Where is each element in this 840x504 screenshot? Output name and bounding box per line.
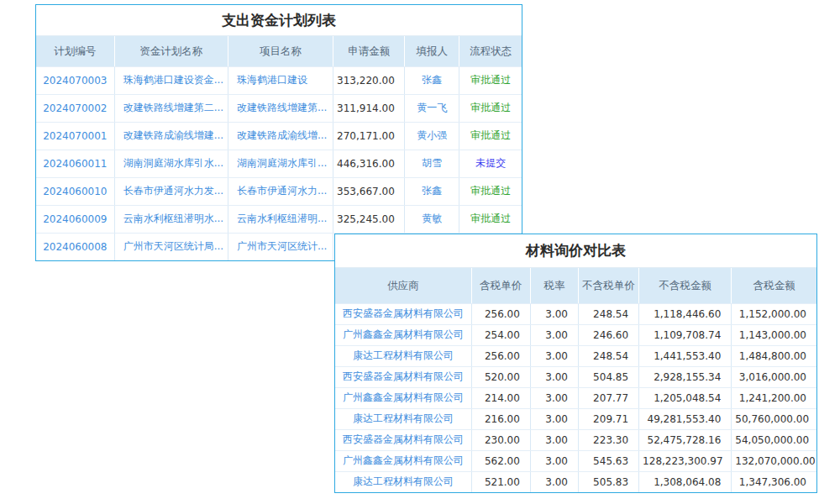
cell-plan-name[interactable]: 改建铁路线增建第二... (114, 94, 228, 122)
cell-plan-name[interactable]: 云南水利枢纽潜明水... (114, 205, 228, 233)
cell-price-without-tax: 248.54 (578, 345, 638, 366)
cell-price-with-tax: 216.00 (471, 408, 530, 429)
table-row: 广州鑫鑫金属材料有限公司214.003.00207.771,205,048.54… (335, 387, 816, 408)
column-header-tax-rate: 税率 (530, 268, 578, 303)
cell-price-without-tax: 209.71 (578, 408, 638, 429)
cell-price-without-tax: 223.30 (578, 429, 638, 450)
cell-project-name[interactable]: 长春市伊通河水力... (228, 177, 333, 205)
expense-plan-table: 计划编号 资金计划名称 项目名称 申请金额 填报人 流程状态 202407000… (36, 36, 522, 260)
cell-amount-without-tax: 1,118,446.60 (639, 303, 732, 324)
cell-amount-with-tax: 1,152,000.00 (732, 303, 816, 324)
cell-reporter: 张鑫 (405, 66, 459, 94)
cell-price-without-tax: 504.85 (578, 366, 638, 387)
cell-plan-name[interactable]: 湖南洞庭湖水库引水... (114, 150, 228, 177)
column-header-project-name: 项目名称 (228, 36, 333, 66)
column-header-plan-name: 资金计划名称 (114, 36, 228, 66)
cell-project-name[interactable]: 广州市天河区统计... (228, 233, 333, 260)
cell-amount-without-tax: 2,928,155.34 (639, 366, 732, 387)
cell-tax-rate: 3.00 (530, 345, 578, 366)
cell-plan-name[interactable]: 珠海鹤港口建设资金... (114, 66, 228, 94)
table-row: 2024070002改建铁路线增建第二...改建铁路线增建第...311,914… (36, 94, 522, 122)
cell-price-with-tax: 256.00 (471, 303, 530, 324)
cell-project-name[interactable]: 湖南洞庭湖水库引... (228, 150, 333, 177)
cell-reporter: 胡雪 (405, 150, 459, 177)
cell-price-without-tax: 505.83 (578, 471, 638, 492)
cell-amount: 311,914.00 (333, 94, 405, 122)
column-header-plan-id: 计划编号 (36, 36, 114, 66)
cell-plan-id[interactable]: 2024070002 (36, 94, 114, 122)
cell-plan-id[interactable]: 2024070001 (36, 122, 114, 150)
expense-plan-panel: 支出资金计划列表 计划编号 资金计划名称 项目名称 申请金额 填报人 流程状态 … (35, 4, 522, 261)
cell-tax-rate: 3.00 (530, 429, 578, 450)
cell-amount-with-tax: 3,016,000.00 (732, 366, 816, 387)
material-inquiry-title: 材料询价对比表 (335, 234, 816, 268)
table-row: 广州鑫鑫金属材料有限公司562.003.00545.63128,223,300.… (335, 450, 816, 471)
table-row: 西安盛器金属材料有限公司520.003.00504.852,928,155.34… (335, 366, 816, 387)
cell-plan-name[interactable]: 广州市天河区统计局... (114, 233, 228, 260)
cell-amount: 313,220.00 (333, 66, 405, 94)
material-inquiry-table: 供应商 含税单价 税率 不含税单价 不含税金额 含税金额 西安盛器金属材料有限公… (335, 268, 816, 492)
cell-project-name[interactable]: 改建铁路成渝线增... (228, 122, 333, 150)
cell-reporter: 黄敏 (405, 205, 459, 233)
cell-price-with-tax: 254.00 (471, 324, 530, 345)
cell-supplier[interactable]: 广州鑫鑫金属材料有限公司 (335, 324, 471, 345)
expense-plan-header-row: 计划编号 资金计划名称 项目名称 申请金额 填报人 流程状态 (36, 36, 522, 66)
cell-amount: 446,316.00 (333, 150, 405, 177)
cell-tax-rate: 3.00 (530, 471, 578, 492)
cell-status: 审批通过 (459, 205, 522, 233)
column-header-amount-with-tax: 含税金额 (732, 268, 816, 303)
cell-reporter: 张鑫 (405, 177, 459, 205)
column-header-status: 流程状态 (459, 36, 522, 66)
cell-amount-with-tax: 1,347,306.00 (732, 471, 816, 492)
expense-plan-title: 支出资金计划列表 (36, 5, 522, 36)
table-row: 2024070003珠海鹤港口建设资金...珠海鹤港口建设313,220.00张… (36, 66, 522, 94)
column-header-amount-without-tax: 不含税金额 (639, 268, 732, 303)
cell-status: 审批通过 (459, 177, 522, 205)
cell-amount-without-tax: 128,223,300.97 (639, 450, 732, 471)
cell-amount-without-tax: 49,281,553.40 (639, 408, 732, 429)
cell-price-without-tax: 248.54 (578, 303, 638, 324)
table-row: 2024060010长春市伊通河水力发...长春市伊通河水力...353,667… (36, 177, 522, 205)
material-inquiry-panel: 材料询价对比表 供应商 含税单价 税率 不含税单价 不含税金额 含税金额 西安盛… (334, 234, 817, 493)
cell-plan-id[interactable]: 2024060008 (36, 233, 114, 260)
cell-supplier[interactable]: 西安盛器金属材料有限公司 (335, 366, 471, 387)
cell-amount-without-tax: 1,308,064.08 (639, 471, 732, 492)
cell-plan-name[interactable]: 长春市伊通河水力发... (114, 177, 228, 205)
cell-amount-with-tax: 1,143,000.00 (732, 324, 816, 345)
cell-plan-id[interactable]: 2024060009 (36, 205, 114, 233)
cell-supplier[interactable]: 康达工程材料有限公司 (335, 345, 471, 366)
cell-supplier[interactable]: 西安盛器金属材料有限公司 (335, 303, 471, 324)
column-header-price-without-tax: 不含税单价 (578, 268, 638, 303)
table-row: 西安盛器金属材料有限公司256.003.00248.541,118,446.60… (335, 303, 816, 324)
cell-plan-id[interactable]: 2024070003 (36, 66, 114, 94)
column-header-reporter: 填报人 (405, 36, 459, 66)
cell-amount-with-tax: 1,241,200.00 (732, 387, 816, 408)
cell-tax-rate: 3.00 (530, 450, 578, 471)
column-header-supplier: 供应商 (335, 268, 471, 303)
cell-plan-id[interactable]: 2024060011 (36, 150, 114, 177)
cell-amount-with-tax: 54,050,000.00 (732, 429, 816, 450)
cell-supplier[interactable]: 康达工程材料有限公司 (335, 408, 471, 429)
table-row: 2024060011湖南洞庭湖水库引水...湖南洞庭湖水库引...446,316… (36, 150, 522, 177)
cell-plan-id[interactable]: 2024060010 (36, 177, 114, 205)
column-header-price-with-tax: 含税单价 (471, 268, 530, 303)
cell-status: 未提交 (459, 150, 522, 177)
cell-project-name[interactable]: 珠海鹤港口建设 (228, 66, 333, 94)
cell-tax-rate: 3.00 (530, 408, 578, 429)
cell-price-without-tax: 545.63 (578, 450, 638, 471)
cell-project-name[interactable]: 改建铁路线增建第... (228, 94, 333, 122)
table-row: 2024070001改建铁路成渝线增建...改建铁路成渝线增...270,171… (36, 122, 522, 150)
cell-reporter: 黄一飞 (405, 94, 459, 122)
cell-plan-name[interactable]: 改建铁路成渝线增建... (114, 122, 228, 150)
cell-project-name[interactable]: 云南水利枢纽潜明... (228, 205, 333, 233)
cell-supplier[interactable]: 康达工程材料有限公司 (335, 471, 471, 492)
cell-amount-with-tax: 1,484,800.00 (732, 345, 816, 366)
cell-status: 审批通过 (459, 122, 522, 150)
column-header-amount: 申请金额 (333, 36, 405, 66)
cell-tax-rate: 3.00 (530, 366, 578, 387)
cell-supplier[interactable]: 西安盛器金属材料有限公司 (335, 429, 471, 450)
cell-amount: 353,667.00 (333, 177, 405, 205)
cell-supplier[interactable]: 广州鑫鑫金属材料有限公司 (335, 450, 471, 471)
cell-amount: 270,171.00 (333, 122, 405, 150)
cell-supplier[interactable]: 广州鑫鑫金属材料有限公司 (335, 387, 471, 408)
